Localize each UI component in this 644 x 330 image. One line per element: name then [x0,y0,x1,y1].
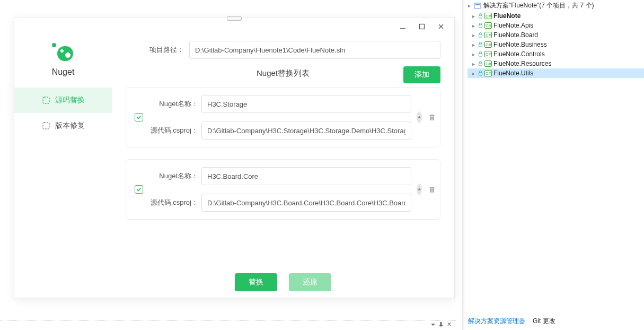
csharp-project-icon: C# [484,13,492,19]
replace-icon [41,95,51,105]
csharp-project-icon: C# [484,70,492,76]
maximize-button[interactable] [418,23,426,30]
svg-rect-27 [43,97,49,103]
restore-button[interactable]: 还原 [289,273,331,291]
list-title: Nuget替换列表 [257,68,310,79]
svg-text:C#: C# [486,62,491,66]
csharp-project-icon: C# [484,32,492,38]
nuget-name-input[interactable] [201,95,411,113]
project-path-input[interactable] [189,41,440,59]
svg-rect-20 [479,73,482,75]
move-up-button[interactable] [417,111,422,123]
lock-icon [478,23,483,28]
nuget-name-label: Nuget名称： [148,171,198,181]
project-node[interactable]: ▸ C# FlueNote.Resources [467,59,644,68]
svg-rect-1 [475,4,480,5]
svg-text:C#: C# [486,33,491,38]
replacement-list: Nuget名称： 源代码.csproj： Nuget名称： 源代码.csproj… [126,87,440,220]
checkbox[interactable] [135,113,143,121]
replace-button[interactable]: 替换 [235,273,277,291]
expander-icon[interactable]: ▸ [471,13,476,19]
nav-source-replace[interactable]: 源码替换 [14,88,112,113]
tab-git-changes[interactable]: Git 更改 [529,315,559,328]
close-icon[interactable]: ✕ [447,321,452,328]
project-name: FlueNote.Utils [493,70,533,77]
csproj-label: 源代码.csproj： [148,126,198,135]
csproj-input[interactable] [201,194,411,212]
svg-rect-11 [479,44,482,47]
nuget-name-label: Nuget名称： [148,99,198,109]
footer-buttons: 替换 还原 [112,273,454,291]
project-tree: ▸ C# FlueNote ▸ C# FlueNote.Apis ▸ C# Fl… [464,11,644,78]
nuget-name-input[interactable] [201,167,411,185]
lock-icon [478,13,483,19]
lock-icon [478,61,483,66]
project-path-label: 项目路径： [126,45,184,55]
svg-rect-0 [474,3,481,8]
svg-rect-5 [479,25,482,28]
add-button[interactable]: 添加 [403,66,440,83]
delete-button[interactable] [428,184,436,195]
status-bar: ✕ [0,320,456,328]
csharp-project-icon: C# [484,60,492,67]
nuget-dialog: Nuget 源码替换 版本修复 项目路径： Nuget替换列表 添加 [14,17,455,298]
project-name: FlueNote.Resources [493,60,551,67]
tab-solution-explorer[interactable]: 解决方案资源管理器 [464,315,529,328]
csproj-input[interactable] [201,121,411,140]
tool-window-tabs: 解决方案资源管理器 Git 更改 [464,315,559,328]
expander-icon[interactable]: ▸ [471,51,476,57]
solution-title-text: 解决方案"FlueNote"(7 个项目，共 7 个) [483,1,594,10]
lock-icon [478,51,483,57]
project-name: FlueNote [493,12,521,20]
solution-explorer-panel: ▸ 解决方案"FlueNote"(7 个项目，共 7 个) ▸ C# FlueN… [464,0,644,313]
project-name: FlueNote.Apis [493,22,533,29]
project-node[interactable]: ▸ C# FlueNote.Business [467,40,644,49]
svg-text:C#: C# [486,52,491,57]
dialog-content: 项目路径： Nuget替换列表 添加 Nuget名称： 源代码.csproj： [112,36,454,298]
checkbox[interactable] [135,185,143,194]
expander-icon[interactable]: ▸ [471,42,476,47]
project-node[interactable]: ▸ C# FlueNote [467,11,644,21]
project-node[interactable]: ▸ C# FlueNote.Controls [467,49,644,59]
project-name: FlueNote.Business [493,41,547,48]
svg-text:C#: C# [486,14,491,19]
csharp-project-icon: C# [484,51,492,57]
expander-icon[interactable]: ▸ [471,32,476,38]
project-path-row: 项目路径： [126,41,440,59]
csproj-label: 源代码.csproj： [148,198,198,207]
expander-icon[interactable]: ▸ [471,61,476,66]
expander-icon[interactable]: ▸ [466,3,472,8]
dropdown-icon[interactable] [431,323,435,327]
svg-text:C#: C# [486,23,491,28]
project-node[interactable]: ▸ C# FlueNote.Apis [467,21,644,30]
solution-icon [474,3,481,9]
lock-icon [478,71,483,76]
project-name: FlueNote.Board [493,31,538,39]
svg-rect-2 [479,15,482,18]
lock-icon [478,42,483,47]
project-node[interactable]: ▸ C# FlueNote.Board [467,30,644,40]
nuget-logo-icon [52,43,74,62]
solution-root[interactable]: ▸ 解决方案"FlueNote"(7 个项目，共 7 个) [464,0,644,11]
delete-button[interactable] [428,111,436,123]
brand-label: Nuget [52,67,75,77]
svg-rect-24 [420,24,425,29]
logo-area: Nuget [14,43,112,77]
svg-rect-14 [479,54,482,56]
repair-icon [41,121,51,131]
minimize-button[interactable] [399,23,407,30]
lock-icon [478,32,483,38]
close-button[interactable] [437,23,445,30]
pin-icon[interactable] [438,322,444,327]
expander-icon[interactable]: ▸ [471,23,476,28]
svg-rect-17 [479,63,482,66]
project-node[interactable]: ▸ C# FlueNote.Utils [467,68,644,78]
dialog-drag-handle[interactable] [227,16,242,21]
nav-version-repair[interactable]: 版本修复 [14,113,112,138]
csharp-project-icon: C# [484,41,492,48]
expander-icon[interactable]: ▸ [471,71,476,76]
svg-rect-8 [479,34,482,37]
move-up-button[interactable] [417,184,422,195]
replacement-card: Nuget名称： 源代码.csproj： [126,87,440,147]
list-header: Nuget替换列表 添加 [126,68,440,79]
